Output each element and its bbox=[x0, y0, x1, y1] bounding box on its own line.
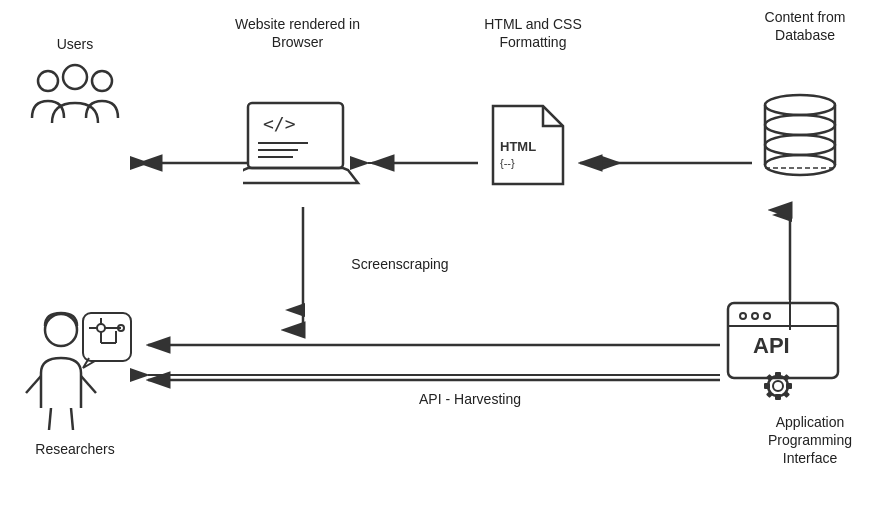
svg-point-51 bbox=[740, 313, 746, 319]
html-css-label: HTML and CSS Formatting bbox=[463, 15, 603, 51]
svg-point-36 bbox=[45, 314, 77, 346]
svg-rect-64 bbox=[783, 390, 790, 397]
svg-text:</>: </> bbox=[263, 113, 296, 134]
svg-rect-60 bbox=[786, 383, 792, 389]
diagram: Users Website rendered in Browser </> bbox=[0, 0, 896, 517]
api-harvesting-label: API - Harvesting bbox=[380, 390, 560, 408]
users-icon bbox=[20, 60, 130, 140]
svg-text:{--}: {--} bbox=[500, 157, 515, 169]
svg-point-28 bbox=[765, 115, 835, 135]
svg-point-14 bbox=[38, 71, 58, 91]
researchers-icon bbox=[18, 305, 138, 435]
svg-rect-41 bbox=[83, 313, 131, 361]
svg-line-40 bbox=[71, 408, 73, 430]
svg-rect-59 bbox=[775, 394, 781, 400]
svg-rect-61 bbox=[764, 383, 770, 389]
database-icon bbox=[750, 85, 850, 195]
svg-point-42 bbox=[97, 324, 105, 332]
svg-line-38 bbox=[81, 376, 96, 393]
content-from-db-label: Content from Database bbox=[740, 8, 870, 44]
svg-point-15 bbox=[92, 71, 112, 91]
users-label: Users bbox=[30, 35, 120, 53]
svg-line-37 bbox=[26, 376, 41, 393]
browser-icon: </> bbox=[238, 95, 368, 195]
svg-line-39 bbox=[49, 408, 51, 430]
screenscraping-label: Screenscraping bbox=[320, 255, 480, 273]
svg-point-52 bbox=[752, 313, 758, 319]
svg-rect-62 bbox=[783, 373, 790, 380]
svg-point-16 bbox=[63, 65, 87, 89]
svg-text:HTML: HTML bbox=[500, 139, 536, 154]
html-file-icon: HTML {--} bbox=[478, 100, 578, 190]
researchers-label: Researchers bbox=[20, 440, 130, 458]
svg-rect-58 bbox=[775, 372, 781, 378]
svg-rect-63 bbox=[766, 373, 773, 380]
svg-point-57 bbox=[773, 381, 783, 391]
svg-point-34 bbox=[765, 155, 835, 175]
svg-text:API: API bbox=[753, 333, 790, 358]
svg-point-25 bbox=[765, 95, 835, 115]
api-label: Application Programming Interface bbox=[740, 413, 880, 468]
website-rendered-label: Website rendered in Browser bbox=[220, 15, 375, 51]
svg-point-53 bbox=[764, 313, 770, 319]
api-icon: API bbox=[718, 295, 848, 405]
svg-point-31 bbox=[765, 135, 835, 155]
svg-rect-65 bbox=[766, 390, 773, 397]
